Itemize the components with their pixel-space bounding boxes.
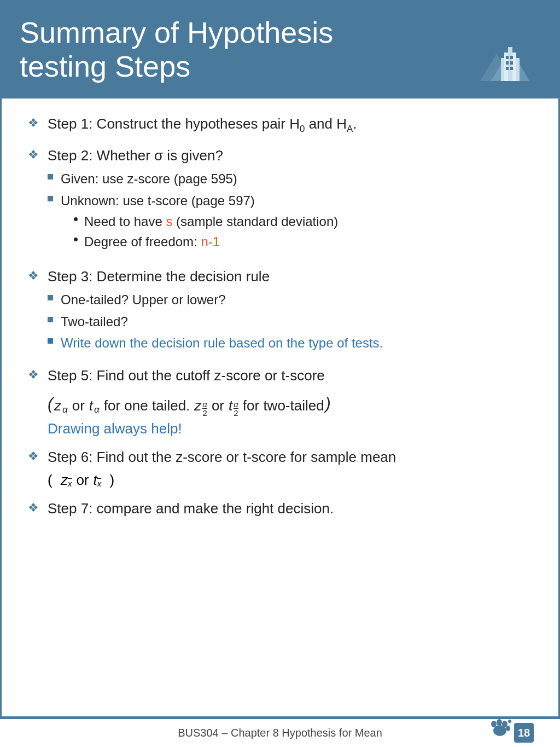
paw-icon [486,713,514,743]
step2-subsub2-text: Degree of freedom: n-1 [84,233,220,251]
page-number: 18 [518,727,530,739]
svg-rect-10 [506,67,509,70]
math-z-alpha2: z [194,395,201,418]
step7-content: Step 7: compare and make the right decis… [48,499,532,518]
step2-text: Step 2: Whether σ is given? [48,147,223,164]
math-for-two: for two-tailed [243,395,324,418]
math-t-alpha: t [89,395,93,418]
diamond-icon-7: ❖ [28,500,39,517]
step2-sub2-block: Unknown: use t-score (page 597) Need to … [61,192,338,253]
math6-close: ) [110,472,115,489]
diamond-icon-6: ❖ [28,448,39,465]
svg-point-17 [508,720,511,723]
step2-sub1: Given: use z-score (page 595) [48,170,532,188]
bullet-square-icon [48,317,53,322]
step3-sublist: One-tailed? Upper or lower? Two-tailed? … [48,291,532,352]
step2-sub2: Unknown: use t-score (page 597) Need to … [48,192,532,253]
bullet-square-icon [48,174,53,179]
svg-rect-7 [510,56,513,59]
step3-sub2-text: Two-tailed? [61,312,128,331]
step5-item: ❖ Step 5: Find out the cutoff z-score or… [28,366,532,437]
math6-z: z [61,472,68,489]
step5-math: ( zα or tα for one tailed. z α 2 or t α [48,391,532,417]
svg-rect-6 [506,56,509,59]
math6-space2 [103,472,107,489]
bullet-square-icon [48,295,53,300]
step6-item: ❖ Step 6: Find out the z-score or t-scor… [28,447,532,488]
step5-content: Step 5: Find out the cutoff z-score or t… [48,366,532,437]
step7-item: ❖ Step 7: compare and make the right dec… [28,499,532,518]
step2-sublist: Given: use z-score (page 595) Unknown: u… [48,170,532,253]
drawing-help: Drawing always help! [48,420,532,437]
bullet-square-icon [48,338,53,344]
footer-text: BUS304 – Chapter 8 Hypothesis for Mean [178,727,382,739]
slide-header: Summary of Hypothesis testing Steps [0,0,560,99]
step3-sub1: One-tailed? Upper or lower? [48,291,532,309]
page-number-badge: 18 [514,723,534,743]
title-line1: Summary of Hypothesis [20,16,333,49]
svg-rect-9 [510,61,513,65]
diamond-icon-5: ❖ [28,367,39,384]
step1-text: Step 1: Construct the hypotheses pair H0… [48,115,357,132]
svg-point-16 [506,726,510,731]
step3-sub3-text: Write down the decision rule based on th… [61,334,383,352]
math6-open: ( [48,472,52,489]
step2-sub1-text: Given: use z-score (page 595) [61,170,237,188]
math6-xbar-t: x [97,479,102,489]
step6-text: Step 6: Find out the z-score or t-score … [48,449,396,465]
step2-subsub1: Need to have s (sample standard deviatio… [74,212,338,231]
math-t-alpha2: t [229,395,232,418]
svg-rect-11 [510,67,513,70]
footer: BUS304 – Chapter 8 Hypothesis for Mean 1… [0,718,560,747]
step6-math: ( z x or t x ) [48,472,532,489]
math-for-one: for one tailed. [104,395,190,418]
step3-sub1-text: One-tailed? Upper or lower? [61,291,226,309]
math-alpha-over2-z: α 2 [202,400,207,417]
bullet-dot-icon [74,217,78,221]
math-z-alpha: z [54,395,61,418]
svg-point-14 [497,719,502,726]
math6-xbar-z: x [68,479,72,489]
bullet-dot-icon [74,238,78,241]
math-alpha-over2-t: α 2 [234,400,238,417]
bullet-square-icon [48,196,53,201]
title-line2: testing Steps [20,50,190,83]
step7-text: Step 7: compare and make the right decis… [48,500,334,517]
diamond-icon-3: ❖ [28,268,39,285]
math-or2: or [212,395,224,418]
slide-content: ❖ Step 1: Construct the hypotheses pair … [0,99,560,718]
step2-sub2-text: Unknown: use t-score (page 597) [61,193,255,208]
svg-point-13 [491,721,497,727]
step3-item: ❖ Step 3: Determine the decision rule On… [28,267,532,356]
step2-subsub2: Degree of freedom: n-1 [74,233,338,251]
slide-title: Summary of Hypothesis testing Steps [20,15,469,83]
step2-subsub1-text: Need to have s (sample standard deviatio… [84,212,338,231]
math-or1: or [72,395,85,418]
step5-text: Step 5: Find out the cutoff z-score or t… [48,367,325,384]
step2-item: ❖ Step 2: Whether σ is given? Given: use… [28,146,532,257]
math6-space1 [55,472,59,489]
svg-rect-8 [506,61,509,65]
math-open-paren: ( [48,391,53,417]
step1-content: Step 1: Construct the hypotheses pair H0… [48,114,532,136]
diamond-icon-2: ❖ [28,147,39,164]
step3-sub2: Two-tailed? [48,312,532,331]
step1-item: ❖ Step 1: Construct the hypotheses pair … [28,114,532,136]
step2-content: Step 2: Whether σ is given? Given: use z… [48,146,532,257]
math-alpha-sub: α [62,402,68,417]
diamond-icon-1: ❖ [28,115,39,132]
math6-t: t [94,472,97,489]
math-alpha-sub2: α [94,402,100,417]
math-close-paren: ) [325,391,331,417]
step3-sub3: Write down the decision rule based on th… [48,334,532,352]
step3-content: Step 3: Determine the decision rule One-… [48,267,532,356]
step2-subsub-list: Need to have s (sample standard deviatio… [74,212,338,251]
step3-text: Step 3: Determine the decision rule [48,268,270,285]
step6-content: Step 6: Find out the z-score or t-score … [48,447,532,488]
header-logo [480,37,540,81]
math6-or: or [76,472,89,489]
